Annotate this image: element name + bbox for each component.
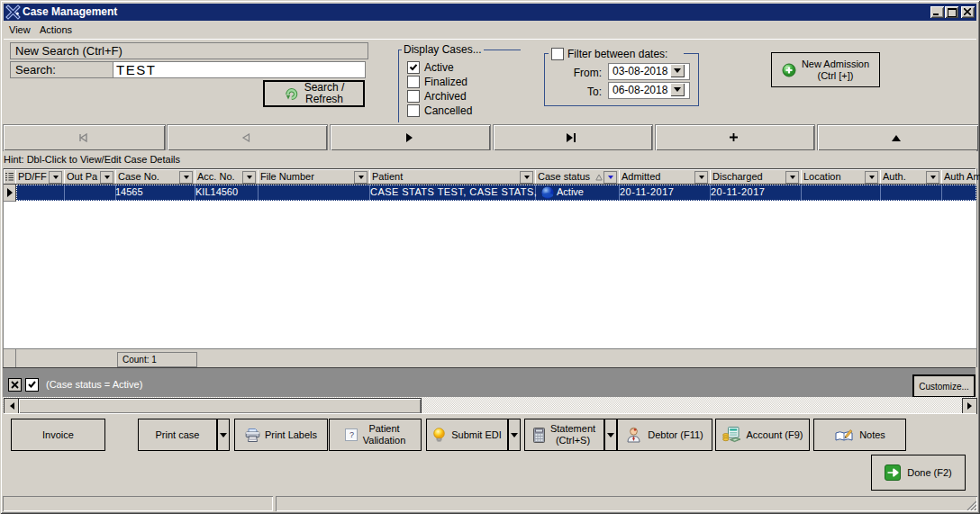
svg-text:?: ? bbox=[349, 430, 354, 439]
